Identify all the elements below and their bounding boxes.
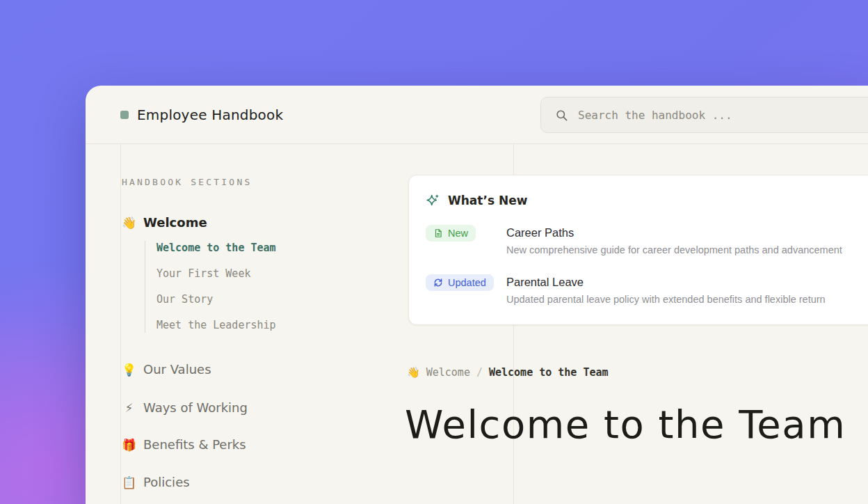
search-bar[interactable] xyxy=(540,97,868,133)
badge-column: New xyxy=(426,225,506,242)
subnav-item-meet-the-leadership[interactable]: Meet the Leadership xyxy=(156,318,276,333)
whats-new-item-career-paths[interactable]: New Career Paths New comprehensive guide… xyxy=(426,225,866,255)
sidebar-item-benefits-perks[interactable]: 🎁 Benefits & Perks xyxy=(121,437,246,452)
sidebar-item-label: Welcome xyxy=(143,215,207,230)
item-title: Parental Leave xyxy=(506,276,826,289)
breadcrumb: 👋 Welcome / Welcome to the Team xyxy=(407,366,609,379)
refresh-icon xyxy=(433,278,443,288)
badge-column: Updated xyxy=(426,274,506,291)
sidebar-item-welcome[interactable]: 👋 Welcome xyxy=(121,215,207,230)
subnav-item-welcome-to-the-team[interactable]: Welcome to the Team xyxy=(156,241,276,255)
lightbulb-emoji-icon: 💡 xyxy=(121,363,137,377)
whats-new-item-parental-leave[interactable]: Updated Parental Leave Updated parental … xyxy=(426,274,866,305)
document-icon xyxy=(433,228,443,238)
wave-emoji-icon: 👋 xyxy=(407,366,420,379)
sidebar-heading: HANDBOOK SECTIONS xyxy=(122,177,252,187)
sidebar-item-ways-of-working[interactable]: ⚡ Ways of Working xyxy=(121,400,248,415)
app-brand: Employee Handbook xyxy=(120,86,283,144)
app-title: Employee Handbook xyxy=(137,107,283,123)
app-logo-icon xyxy=(120,111,129,119)
sidebar-item-policies[interactable]: 📋 Policies xyxy=(121,475,190,489)
badge-label: New xyxy=(448,228,468,239)
sidebar-item-our-values[interactable]: 💡 Our Values xyxy=(121,362,211,377)
item-description: Updated parental leave policy with exten… xyxy=(506,294,826,305)
sparkles-icon xyxy=(426,193,440,207)
item-text: Parental Leave Updated parental leave po… xyxy=(506,274,826,305)
clipboard-emoji-icon: 📋 xyxy=(121,475,137,489)
breadcrumb-separator: / xyxy=(476,366,483,379)
wave-emoji-icon: 👋 xyxy=(121,216,137,230)
item-title: Career Paths xyxy=(506,226,842,239)
breadcrumb-section-link[interactable]: Welcome xyxy=(426,366,470,379)
gift-emoji-icon: 🎁 xyxy=(121,438,137,452)
badge-label: Updated xyxy=(448,277,486,288)
sidebar-welcome-subnav: Welcome to the Team Your First Week Our … xyxy=(145,241,276,333)
whats-new-card: What’s New New Career Paths New comprehe… xyxy=(408,175,868,325)
lightning-emoji-icon: ⚡ xyxy=(121,401,137,415)
sidebar-item-label: Benefits & Perks xyxy=(143,437,246,452)
breadcrumb-current-page: Welcome to the Team xyxy=(489,366,609,379)
item-description: New comprehensive guide for career devel… xyxy=(506,244,842,255)
subnav-item-your-first-week[interactable]: Your First Week xyxy=(156,267,276,281)
whats-new-header: What’s New xyxy=(426,193,866,207)
page-title: Welcome to the Team xyxy=(405,403,846,446)
subnav-item-our-story[interactable]: Our Story xyxy=(156,292,276,307)
new-badge: New xyxy=(426,225,476,242)
whats-new-title: What’s New xyxy=(448,194,527,207)
search-input[interactable] xyxy=(578,109,868,122)
sidebar-item-label: Policies xyxy=(143,475,190,489)
sidebar-item-label: Our Values xyxy=(143,362,211,377)
app-header: Employee Handbook xyxy=(86,86,868,144)
app-window: Employee Handbook HANDBOOK SECTIONS 👋 We… xyxy=(86,86,868,504)
sidebar-item-label: Ways of Working xyxy=(143,400,248,415)
item-text: Career Paths New comprehensive guide for… xyxy=(506,225,842,255)
updated-badge: Updated xyxy=(426,274,494,291)
search-icon xyxy=(555,109,568,122)
